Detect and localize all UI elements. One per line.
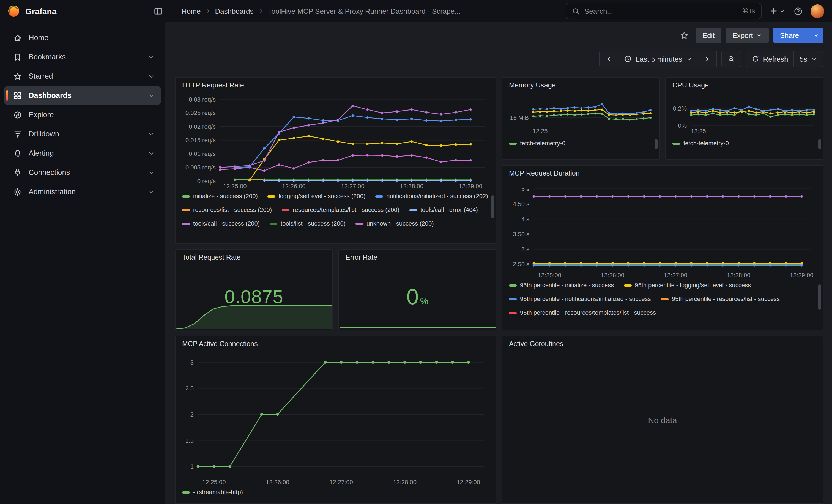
search-icon <box>572 7 580 15</box>
question-circle-icon <box>793 6 803 16</box>
panel-title[interactable]: MCP Request Duration <box>502 166 823 179</box>
export-button[interactable]: Export <box>726 27 769 43</box>
add-button[interactable] <box>769 3 785 19</box>
time-range-picker[interactable]: Last 5 minutes <box>618 51 698 67</box>
breadcrumb: Home Dashboards ToolHive MCP Server & Pr… <box>182 7 461 15</box>
sidebar-item-label: Bookmarks <box>29 53 141 61</box>
chevron-down-icon[interactable] <box>148 130 155 138</box>
sidebar-toggle-button[interactable] <box>151 3 165 19</box>
legend-swatch <box>509 284 517 286</box>
panel-title[interactable]: HTTP Request Rate <box>176 78 496 91</box>
legend-item[interactable]: fetch-telemetry-0 <box>672 139 729 148</box>
panel-title[interactable]: Total Request Rate <box>176 250 332 263</box>
panel-error-rate: Error Rate 0 % <box>338 249 496 330</box>
legend-scrollbar[interactable] <box>818 285 821 310</box>
svg-text:12:26:00: 12:26:00 <box>601 272 625 279</box>
legend-item[interactable]: tools/call - success (200) <box>182 219 260 228</box>
search-box[interactable]: ⌘+k <box>566 3 761 19</box>
help-button[interactable] <box>791 3 805 19</box>
legend-swatch <box>182 209 190 211</box>
legend-label: initialize - success (200) <box>193 192 258 200</box>
sidebar-item-starred[interactable]: Starred <box>4 67 161 85</box>
legend-item[interactable]: unknown - success (200) <box>356 219 434 228</box>
favorite-star-button[interactable] <box>677 27 692 43</box>
export-label: Export <box>732 31 753 39</box>
panel-title[interactable]: CPU Usage <box>666 78 823 91</box>
dashboards-grid-icon <box>13 91 22 100</box>
zoom-out-button[interactable] <box>721 51 741 67</box>
time-back-button[interactable] <box>599 51 619 67</box>
panel-title[interactable]: Error Rate <box>339 250 496 263</box>
share-label[interactable]: Share <box>773 27 806 43</box>
cpu-usage-chart[interactable]: 0%0.2%12:25 <box>672 92 816 135</box>
legend-item[interactable]: notifications/initialized - success (202… <box>375 192 488 200</box>
panel-http-request-rate: HTTP Request Rate 0 req/s0.005 req/s0.01… <box>175 77 496 244</box>
legend-item[interactable]: tools/call - error (404) <box>409 206 478 214</box>
breadcrumb-dashboards[interactable]: Dashboards <box>215 7 253 15</box>
breadcrumb-home[interactable]: Home <box>182 7 201 15</box>
legend-scrollbar[interactable] <box>491 195 494 218</box>
refresh-group: Refresh 5s <box>745 51 823 67</box>
mcp-request-duration-chart[interactable]: 2.50 s3 s3.50 s4 s4.50 s5 s12:25:0012:26… <box>509 180 816 279</box>
share-button[interactable]: Share <box>773 27 823 43</box>
grafana-app: Grafana Home Dashboards ToolHive MCP Ser… <box>0 0 832 504</box>
sidebar-item-administration[interactable]: Administration <box>4 183 161 201</box>
refresh-interval-picker[interactable]: 5s <box>794 51 823 67</box>
legend-item[interactable]: resources/list - success (200) <box>182 206 272 214</box>
legend-item[interactable]: initialize - success (200) <box>182 192 258 200</box>
sidebar-item-bookmarks[interactable]: Bookmarks <box>4 48 161 66</box>
home-icon <box>13 33 22 42</box>
grafana-logo[interactable] <box>8 5 20 17</box>
sidebar-item-home[interactable]: Home <box>4 29 161 47</box>
chevron-down-icon <box>148 91 155 99</box>
chevron-down-icon[interactable] <box>148 188 155 195</box>
user-avatar[interactable] <box>810 4 824 18</box>
time-range-group: Last 5 minutes <box>599 51 717 67</box>
memory-usage-chart[interactable]: 16 MiB12:25 <box>509 92 653 135</box>
svg-text:1: 1 <box>190 463 194 470</box>
legend-item[interactable]: 95th percentile - logging/setLevel - suc… <box>624 281 751 289</box>
plug-icon <box>13 168 22 177</box>
resource-row: Memory Usage 16 MiB12:25 fetch-telemetry… <box>502 77 823 160</box>
dashboard-toolbar: Edit Export Share <box>165 22 832 43</box>
legend-item[interactable]: 95th percentile - notifications/initiali… <box>509 295 651 303</box>
legend-item[interactable]: 95th percentile - resources/templates/li… <box>509 309 656 317</box>
time-forward-button[interactable] <box>698 51 717 67</box>
sidebar-item-explore[interactable]: Explore <box>4 106 161 124</box>
legend-item[interactable]: 95th percentile - initialize - success <box>509 281 614 289</box>
chevron-down-icon[interactable] <box>148 91 155 99</box>
legend-item[interactable]: 95th percentile - resources/list - succe… <box>661 295 780 303</box>
sidebar-item-dashboards[interactable]: Dashboards <box>4 86 161 105</box>
dashboard-content: Edit Export Share <box>165 22 832 504</box>
legend-item[interactable]: logging/setLevel - success (200) <box>268 192 366 200</box>
chevron-down-icon <box>148 188 155 195</box>
share-menu-button[interactable] <box>809 27 823 43</box>
sidebar-item-label: Home <box>29 33 155 42</box>
search-input[interactable] <box>584 7 737 15</box>
legend-item[interactable]: tools/list - success (200) <box>270 219 345 228</box>
legend-item[interactable]: resources/templates/list - success (200) <box>282 206 399 214</box>
sidebar-item-drilldown[interactable]: Drilldown <box>4 125 161 143</box>
chevron-down-icon[interactable] <box>148 150 155 157</box>
chevron-down-icon[interactable] <box>148 169 155 176</box>
sidebar-item-label: Connections <box>29 168 141 177</box>
legend-scrollbar[interactable] <box>818 139 821 149</box>
legend-scrollbar[interactable] <box>655 139 657 149</box>
sidebar-item-alerting[interactable]: Alerting <box>4 144 161 162</box>
panel-title[interactable]: Memory Usage <box>502 78 659 91</box>
sidebar-item-connections[interactable]: Connections <box>4 163 161 182</box>
svg-text:12:28:00: 12:28:00 <box>393 479 417 485</box>
svg-text:1.5: 1.5 <box>185 437 194 444</box>
legend-item[interactable]: - (streamable-http) <box>182 488 243 496</box>
edit-button[interactable]: Edit <box>696 27 721 43</box>
panel-title[interactable]: MCP Active Connections <box>176 336 496 349</box>
chevron-down-icon[interactable] <box>148 53 155 61</box>
http-request-rate-chart[interactable]: 0 req/s0.005 req/s0.01 req/s0.015 req/s0… <box>182 92 490 190</box>
refresh-button[interactable]: Refresh <box>745 51 794 67</box>
nav-actions <box>769 3 824 19</box>
chevron-down-icon[interactable] <box>148 72 155 80</box>
total-request-rate-value: 0.0875 <box>225 286 283 308</box>
legend-item[interactable]: fetch-telemetry-0 <box>509 139 565 148</box>
legend-label: 95th percentile - logging/setLevel - suc… <box>635 281 751 289</box>
mcp-active-connections-chart[interactable]: 11.522.5312:25:0012:26:0012:27:0012:28:0… <box>182 350 490 486</box>
